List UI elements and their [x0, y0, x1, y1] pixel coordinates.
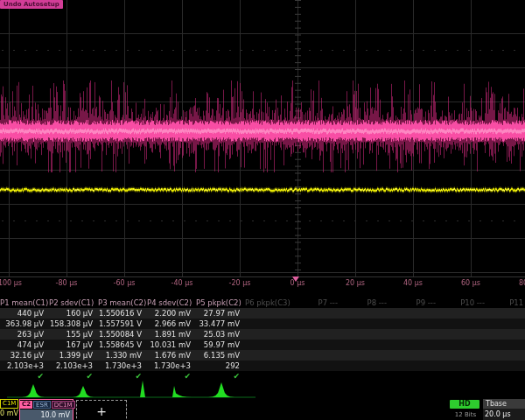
measurement-cell: 263 µV: [0, 329, 49, 340]
measurement-cell: 33.477 mV: [196, 318, 245, 329]
waveform-grid: [0, 0, 525, 278]
c2-vdiv-value: 10.0 mV: [20, 410, 73, 420]
measurement-header[interactable]: P4 sdev(C2): [147, 298, 196, 308]
measurement-cell: [441, 318, 490, 329]
measurement-cell: 2.200 mV: [147, 308, 196, 318]
measurement-header[interactable]: P5 pkpk(C2): [196, 298, 245, 308]
axis-label: -20 µs: [229, 279, 251, 287]
measurement-cell: 155 µV: [49, 329, 98, 340]
measurement-cell: [490, 318, 525, 329]
histicon: [208, 382, 234, 397]
measurement-header[interactable]: P9 ---: [392, 298, 441, 308]
measurement-header[interactable]: P11 ---: [490, 298, 525, 308]
timebase-descriptor[interactable]: Tbase 20.0 µs: [483, 399, 525, 420]
measurement-cell: 10.031 mV: [147, 340, 196, 350]
measurement-cell: [392, 350, 441, 360]
measurement-cell: 1.399 µV: [49, 350, 98, 360]
measurement-cell: [245, 360, 294, 371]
measurement-cell: 1.330 mV: [98, 350, 147, 360]
c2-label-badge: C2: [20, 401, 32, 409]
histicon: [73, 386, 94, 397]
measurement-cell: [392, 340, 441, 350]
measurement-cell: [441, 350, 490, 360]
measurement-header[interactable]: P7 ---: [294, 298, 343, 308]
hd-bits-label: 12 Bits: [450, 411, 481, 418]
hd-acquisition-indicator[interactable]: HD 12 Bits: [450, 400, 481, 420]
measurement-cell: [441, 340, 490, 350]
measurement-cell: [441, 308, 490, 318]
measurement-table[interactable]: P1 mean(C1)P2 sdev(C1)P3 mean(C2)P4 sdev…: [0, 298, 525, 382]
c2-badge-row: C2 ESR DC1M: [20, 400, 73, 410]
measurement-cell: [294, 308, 343, 318]
measurement-cell: [245, 308, 294, 318]
measurement-header[interactable]: P1 mean(C1): [0, 298, 49, 308]
channel-c2-descriptor[interactable]: C2 ESR DC1M 10.0 mV: [19, 399, 74, 420]
measurement-cell: [490, 340, 525, 350]
c2-coupling-badge: DC1M: [52, 401, 75, 409]
oscilloscope-screen: Undo Autosetup -100 µs-80 µs-60 µs-40 µs…: [0, 0, 525, 420]
measurement-cell: [294, 340, 343, 350]
measurement-cell: [245, 329, 294, 340]
measurement-cell: 1.550084 V: [98, 329, 147, 340]
timebase-value: 20.0 µs: [483, 409, 525, 420]
measurement-cell: 167 µV: [49, 340, 98, 350]
measurement-cell: [294, 350, 343, 360]
measurement-cell: [294, 360, 343, 371]
measurement-cell: [343, 318, 392, 329]
measurement-cell: [441, 329, 490, 340]
measurement-cell: [343, 308, 392, 318]
measurement-cell: [490, 360, 525, 371]
measurement-cell: 1.558645 V: [98, 340, 147, 350]
measurement-header[interactable]: P6 pkpk(C3): [245, 298, 294, 308]
measurement-histicons: [0, 377, 525, 399]
c2-esr-badge: ESR: [33, 401, 51, 409]
measurement-header[interactable]: P2 sdev(C1): [49, 298, 98, 308]
measurement-header[interactable]: P8 ---: [343, 298, 392, 308]
measurement-cell: [343, 329, 392, 340]
measurement-header[interactable]: P3 mean(C2): [98, 298, 147, 308]
axis-label: -60 µs: [114, 279, 136, 287]
measurement-cell: [490, 350, 525, 360]
measurement-cell: 25.03 mV: [196, 329, 245, 340]
measurement-cell: 1.550616 V: [98, 308, 147, 318]
axis-label: 40 µs: [403, 279, 423, 287]
axis-label: -40 µs: [172, 279, 193, 287]
measurement-cell: 1.730e+3: [98, 360, 147, 371]
hd-badge: HD: [450, 400, 480, 409]
measurement-cell: 2.966 mV: [147, 318, 196, 329]
plus-icon: +: [96, 404, 107, 418]
measurement-cell: 474 µV: [0, 340, 49, 350]
measurement-cell: 32.16 µV: [0, 350, 49, 360]
measurement-cell: 6.135 mV: [196, 350, 245, 360]
measurement-cell: [294, 318, 343, 329]
measurement-cell: 1.676 mV: [147, 350, 196, 360]
measurement-cell: 158.308 µV: [49, 318, 98, 329]
axis-label: -100 µs: [0, 279, 22, 287]
axis-label: 80 µs: [519, 279, 525, 287]
measurement-cell: 1.557591 V: [98, 318, 147, 329]
axis-label: 20 µs: [346, 279, 365, 287]
measurement-cell: [441, 360, 490, 371]
measurement-cell: [245, 350, 294, 360]
histicon: [140, 381, 145, 397]
measurement-cell: 363.98 µV: [0, 318, 49, 329]
measurement-cell: 440 µV: [0, 308, 49, 318]
measurement-cell: [343, 350, 392, 360]
measurement-cell: [392, 329, 441, 340]
channel-c1-descriptor[interactable]: C1M 0 mV: [0, 399, 19, 420]
axis-row: -100 µs-80 µs-60 µs-40 µs-20 µs0 µs20 µs…: [0, 277, 525, 290]
measurement-cell: [490, 329, 525, 340]
add-new-trace-button[interactable]: +: [76, 400, 127, 420]
measurement-cell: [343, 360, 392, 371]
measurement-cell: [392, 318, 441, 329]
measurement-cell: 2.103e+3: [0, 360, 49, 371]
measurement-cell: 1.730e+3: [147, 360, 196, 371]
measurement-header[interactable]: P10 ---: [441, 298, 490, 308]
timebase-title: Tbase: [483, 399, 525, 409]
measurement-cell: [343, 340, 392, 350]
axis-label: -80 µs: [56, 279, 78, 287]
c1-coupling-badge: C1M: [0, 399, 18, 409]
undo-autosetup-button[interactable]: Undo Autosetup: [0, 0, 63, 9]
histicon: [172, 386, 192, 397]
measurement-cell: 1.891 mV: [147, 329, 196, 340]
